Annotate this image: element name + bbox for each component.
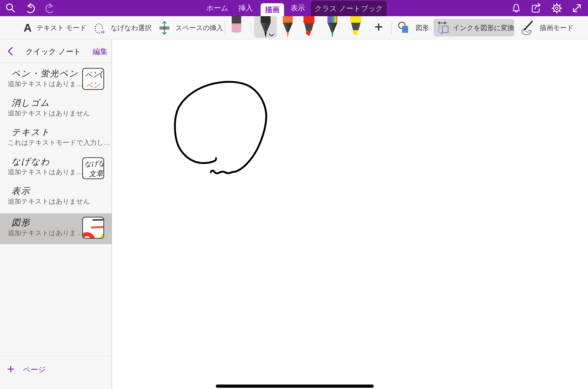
page-list-sidebar: クイック ノート 編集 ペン・蛍光ペン 追加テキストはありま… ペン( ペン 消…	[0, 39, 112, 389]
yellow-highlighter[interactable]	[349, 16, 362, 38]
page-item-eraser[interactable]: 消しゴム 追加テキストはありません	[0, 95, 112, 124]
bell-icon[interactable]	[511, 3, 522, 14]
page-thumbnail: ペン( ペン	[82, 68, 104, 90]
insert-space-icon	[159, 21, 170, 35]
insert-space-button[interactable]: スペースの挿入	[159, 16, 223, 39]
text-mode-button[interactable]: A テキスト モード	[24, 16, 86, 39]
lasso-icon	[94, 21, 106, 35]
page-title: ペン・蛍光ペン	[11, 68, 78, 79]
add-pen-button[interactable]: +	[372, 20, 386, 35]
redo-icon[interactable]	[44, 3, 55, 14]
page-title: 図形	[11, 217, 30, 228]
draw-mode-icon	[520, 21, 535, 35]
page-subtitle: 追加テキストはありま…	[8, 228, 83, 237]
divider	[391, 22, 392, 34]
sidebar-header: クイック ノート 編集	[0, 39, 112, 63]
tab-class-notebook[interactable]: クラス ノートブック	[311, 1, 387, 16]
notebook-section-title: クイック ノート	[17, 47, 89, 57]
gear-icon[interactable]	[551, 3, 562, 14]
page-item-view[interactable]: 表示 追加テキストはありません	[0, 183, 112, 212]
eraser-tool[interactable]	[232, 16, 241, 33]
share-icon[interactable]	[530, 3, 541, 14]
top-app-bar: ホーム 挿入 描画 表示 クラス ノートブック	[0, 0, 588, 16]
chevron-down-icon[interactable]	[269, 34, 274, 37]
orange-pen[interactable]	[282, 16, 294, 38]
text-mode-label: テキスト モード	[37, 23, 86, 32]
home-indicator-bar[interactable]	[216, 385, 374, 388]
page-title: テキスト	[11, 126, 50, 138]
lasso-select-button[interactable]: なげなわ選択	[94, 16, 152, 39]
svg-text:ペン: ペン	[85, 80, 101, 90]
drawing-canvas[interactable]	[112, 39, 588, 389]
tab-draw[interactable]: 描画	[261, 3, 284, 16]
expand-icon[interactable]	[572, 3, 583, 14]
shapes-icon	[398, 21, 411, 34]
page-subtitle: 追加テキストはありません	[8, 197, 90, 206]
page-title: なげなわ	[11, 156, 50, 167]
ink-to-shape-label: インクを図形に変換	[453, 23, 514, 32]
divider	[251, 22, 251, 34]
text-mode-icon: A	[24, 22, 32, 33]
svg-text:なげな: なげな	[84, 160, 104, 168]
draw-mode-label: 描画モード	[540, 23, 574, 32]
ink-to-shape-icon	[438, 20, 449, 36]
divider	[225, 22, 225, 34]
svg-text:ペン(: ペン(	[84, 70, 104, 79]
page-subtitle: 追加テキストはありません	[8, 109, 90, 118]
ink-to-shape-button[interactable]: インクを図形に変換	[434, 19, 514, 37]
shapes-button[interactable]: 図形	[398, 16, 429, 39]
page-subtitle: これはテキストモードで入力し…	[8, 138, 110, 147]
add-page-button[interactable]: ページ	[23, 365, 46, 375]
insert-space-label: スペースの挿入	[175, 23, 223, 32]
tab-insert[interactable]: 挿入	[238, 0, 253, 16]
lasso-select-label: なげなわ選択	[111, 23, 152, 32]
page-title: 消しゴム	[11, 97, 50, 109]
page-subtitle: 追加テキストはありま…	[8, 167, 83, 176]
undo-icon[interactable]	[25, 3, 36, 14]
tab-home[interactable]: ホーム	[206, 0, 228, 16]
add-page-plus-icon[interactable]: +	[7, 362, 14, 377]
edit-button[interactable]: 編集	[93, 47, 108, 57]
shapes-label: 図形	[416, 23, 429, 32]
ink-stroke-circle	[112, 39, 588, 389]
page-title: 表示	[11, 185, 30, 197]
page-item-pen-highlighter[interactable]: ペン・蛍光ペン 追加テキストはありま… ペン( ペン	[0, 65, 112, 95]
sidebar-footer: + ページ	[0, 356, 112, 389]
page-item-shapes-selected[interactable]: 図形 追加テキストはありま…	[0, 213, 112, 244]
red-marker[interactable]	[302, 16, 315, 38]
svg-text:文章を: 文章を	[89, 169, 104, 178]
page-item-text[interactable]: テキスト これはテキストモードで入力し…	[0, 124, 112, 153]
search-icon[interactable]	[5, 3, 16, 14]
page-item-lasso[interactable]: なげなわ 追加テキストはありま… なげな 文章を	[0, 153, 112, 183]
tab-view[interactable]: 表示	[291, 0, 305, 16]
rainbow-pen[interactable]	[326, 16, 339, 38]
draw-mode-button[interactable]: 描画モード	[520, 16, 574, 39]
page-thumbnail	[82, 217, 104, 239]
draw-ribbon: A テキスト モード なげなわ選択 スペースの挿入	[0, 16, 588, 39]
back-chevron-icon[interactable]	[7, 47, 13, 56]
page-subtitle: 追加テキストはありま…	[8, 79, 83, 88]
page-thumbnail: なげな 文章を	[82, 157, 104, 179]
